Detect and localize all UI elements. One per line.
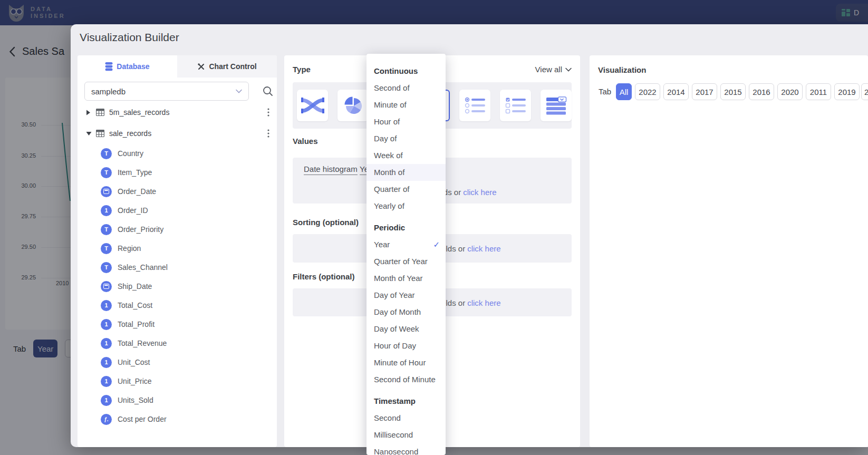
visualization-title: Visualization xyxy=(598,65,646,74)
field-label: Region xyxy=(118,244,141,253)
field-label: Sales_Channel xyxy=(118,263,168,272)
expand-down-icon[interactable] xyxy=(86,131,92,136)
viz-tab-2011[interactable]: 2011 xyxy=(806,83,831,100)
table-label: sale_records xyxy=(109,129,267,138)
select-menu-icon xyxy=(546,96,567,115)
field-item-ship-date[interactable]: Ship_Date xyxy=(78,277,277,296)
tab-chart-control-label: Chart Control xyxy=(209,62,256,71)
tab-database[interactable]: Database xyxy=(78,55,177,78)
dropdown-item-hour-of[interactable]: Hour of xyxy=(367,113,446,130)
dropdown-item-day-of-year[interactable]: Day of Year xyxy=(367,287,446,304)
date-field-icon xyxy=(101,281,112,292)
kebab-menu-icon[interactable] xyxy=(267,129,269,138)
type-card-checkbox-list[interactable] xyxy=(500,90,531,121)
field-list: T Country T Item_Type Order_Date 1 Order… xyxy=(78,144,277,429)
field-item-region[interactable]: T Region xyxy=(78,239,277,258)
viz-tab-2020[interactable]: 2020 xyxy=(777,83,803,100)
pie-chart-icon xyxy=(343,95,363,115)
viz-tab-2014[interactable]: 2014 xyxy=(663,83,689,100)
dropdown-group-periodic: Periodic xyxy=(367,219,446,236)
value-chip-date-histogram[interactable]: Date histogram xyxy=(304,164,358,175)
radio-list-icon xyxy=(465,97,486,114)
dropdown-item-month-of[interactable]: Month of xyxy=(367,164,446,181)
dropdown-item-minute-of-hour[interactable]: Minute of Hour xyxy=(367,354,446,371)
text-field-icon: T xyxy=(101,148,112,159)
table-row-sale-records[interactable]: sale_records xyxy=(78,123,277,144)
field-item-sales-channel[interactable]: T Sales_Channel xyxy=(78,258,277,277)
dropdown-item-hour-of-day[interactable]: Hour of Day xyxy=(367,337,446,354)
dropdown-item-second[interactable]: Second xyxy=(367,410,446,427)
tab-chart-control[interactable]: Chart Control xyxy=(177,55,277,78)
click-here-link[interactable]: click here xyxy=(467,298,500,307)
dropdown-item-nanosecond[interactable]: Nanosecond xyxy=(367,443,446,455)
dropdown-item-year[interactable]: Year✓ xyxy=(367,236,446,253)
field-item-total-profit[interactable]: 1 Total_Profit xyxy=(78,315,277,334)
type-card-pie-chart[interactable] xyxy=(337,90,369,121)
search-icon[interactable] xyxy=(263,86,273,96)
screen: DATA INSIDER D Sales Sa 30.5030.2530.002… xyxy=(0,0,868,455)
viz-tab-2016[interactable]: 2016 xyxy=(749,83,774,100)
view-all-button[interactable]: View all xyxy=(535,65,572,74)
table-icon xyxy=(96,130,104,137)
tab-database-label: Database xyxy=(117,62,149,71)
kebab-menu-icon[interactable] xyxy=(267,108,269,117)
viz-tab-label: Tab xyxy=(599,87,611,96)
dropdown-item-millisecond[interactable]: Millisecond xyxy=(367,427,446,443)
field-label: Item_Type xyxy=(118,168,152,177)
field-item-order-date[interactable]: Order_Date xyxy=(78,182,277,201)
expand-right-icon[interactable] xyxy=(86,110,91,115)
table-row-5m-sales-records[interactable]: 5m_sales_records xyxy=(78,102,277,123)
filters-section-label: Filters (optional) xyxy=(293,272,355,281)
dropdown-item-second-of-minute[interactable]: Second of Minute xyxy=(367,371,446,388)
type-card-radio-list[interactable] xyxy=(459,90,490,121)
viz-tab-2015[interactable]: 2015 xyxy=(720,83,746,100)
field-item-item-type[interactable]: T Item_Type xyxy=(78,163,277,182)
type-card-sankey-chart[interactable] xyxy=(297,90,328,121)
field-label: Total_Profit xyxy=(118,320,155,328)
sankey-chart-icon xyxy=(301,97,324,114)
field-item-order-priority[interactable]: T Order_Priority xyxy=(78,220,277,239)
dropdown-item-day-of-week[interactable]: Day of Week xyxy=(367,321,446,337)
type-card-select-menu[interactable] xyxy=(541,90,572,121)
field-item-cost-per-order[interactable]: ƒ. Cost per Order xyxy=(78,410,277,429)
database-select[interactable]: sampledb xyxy=(84,82,249,101)
field-item-unit-cost[interactable]: 1 Unit_Cost xyxy=(78,353,277,372)
sorting-section-label: Sorting (optional) xyxy=(293,218,359,227)
field-label: Order_ID xyxy=(118,206,148,215)
number-field-icon: 1 xyxy=(101,376,112,387)
dropdown-item-day-of-month[interactable]: Day of Month xyxy=(367,304,446,321)
dropdown-item-day-of[interactable]: Day of xyxy=(367,130,446,147)
dropdown-item-yearly-of[interactable]: Yearly of xyxy=(367,198,446,215)
field-item-total-cost[interactable]: 1 Total_Cost xyxy=(78,296,277,315)
viz-tab-2022[interactable]: 2022 xyxy=(635,83,660,100)
field-label: Total_Revenue xyxy=(118,339,167,347)
dropdown-item-second-of[interactable]: Second of xyxy=(367,80,446,96)
text-field-icon: T xyxy=(101,243,112,254)
field-item-order-id[interactable]: 1 Order_ID xyxy=(78,201,277,220)
field-label: Unit_Cost xyxy=(118,358,150,366)
number-field-icon: 1 xyxy=(101,205,112,216)
click-here-link[interactable]: click here xyxy=(463,188,496,197)
field-label: Units_Sold xyxy=(118,396,153,404)
formula-field-icon: ƒ. xyxy=(101,414,112,425)
date-field-icon xyxy=(101,186,112,197)
viz-tab-2[interactable]: 2 xyxy=(861,83,868,100)
field-label: Ship_Date xyxy=(118,282,152,291)
dropdown-item-week-of[interactable]: Week of xyxy=(367,147,446,164)
field-item-units-sold[interactable]: 1 Units_Sold xyxy=(78,391,277,410)
field-item-total-revenue[interactable]: 1 Total_Revenue xyxy=(78,334,277,353)
viz-tab-all[interactable]: All xyxy=(616,83,632,100)
dropdown-item-quarter-of[interactable]: Quarter of xyxy=(367,181,446,198)
viz-tab-2019[interactable]: 2019 xyxy=(834,83,860,100)
dropdown-item-quarter-of-year[interactable]: Quarter of Year xyxy=(367,253,446,270)
schema-tree: 5m_sales_records xyxy=(78,102,277,429)
dropdown-item-month-of-year[interactable]: Month of Year xyxy=(367,270,446,287)
field-item-country[interactable]: T Country xyxy=(78,144,277,163)
dropdown-item-minute-of[interactable]: Minute of xyxy=(367,96,446,113)
viz-tab-2017[interactable]: 2017 xyxy=(692,83,717,100)
view-all-label: View all xyxy=(535,65,562,74)
field-item-unit-price[interactable]: 1 Unit_Price xyxy=(78,372,277,391)
text-field-icon: T xyxy=(101,224,112,235)
field-label: Order_Priority xyxy=(118,225,163,234)
click-here-link[interactable]: click here xyxy=(467,244,500,253)
